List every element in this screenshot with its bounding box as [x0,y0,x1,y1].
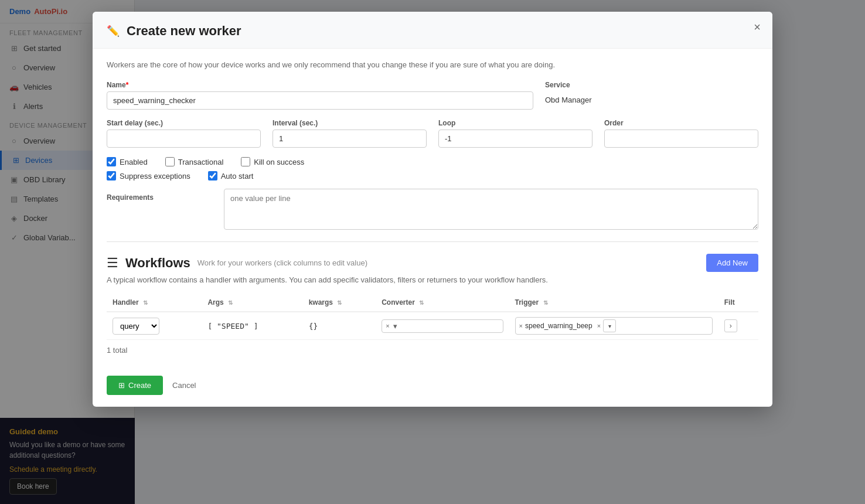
kwargs-sort-icon[interactable]: ⇅ [337,299,342,306]
name-input[interactable] [107,91,533,110]
suppress-checkbox[interactable] [107,171,116,181]
checkbox-row-2: Suppress exceptions Auto start [107,171,758,181]
trigger-col-header: Trigger ⇅ [509,294,718,312]
transactional-label: Transactional [178,158,224,166]
auto-start-label: Auto start [221,172,254,181]
edit-icon: ✏️ [107,25,120,38]
service-value: Obd Manager [545,91,758,108]
create-button[interactable]: ⊞ Create [107,376,163,395]
interval-group: Interval (sec.) [273,119,427,148]
order-input[interactable] [604,130,758,148]
suppress-checkbox-label[interactable]: Suppress exceptions [107,171,190,181]
kwargs-value: {} [309,322,318,331]
suppress-label: Suppress exceptions [120,172,190,181]
transactional-checkbox[interactable] [165,157,175,166]
modal-overlay: ✏️ Create new worker × Workers are the c… [0,0,865,504]
args-value: [ "SPEED" ] [207,322,258,331]
auto-start-checkbox-label[interactable]: Auto start [208,171,254,181]
workflows-description: A typical workflow contains a handler wi… [107,275,758,284]
order-group: Order [604,119,758,148]
start-delay-group: Start delay (sec.) [107,119,261,148]
loop-input[interactable] [438,130,592,148]
args-col-header: Args ⇅ [202,294,302,312]
checkbox-row-1: Enabled Transactional Kill on success [107,157,758,166]
requirements-label: Requirements [107,189,212,230]
workflows-subtitle: Work for your workers (click columns to … [197,258,367,267]
add-new-button[interactable]: Add New [706,254,758,272]
workflows-title: Workflows [125,256,190,271]
converter-col-header: Converter ⇅ [376,294,509,312]
kwargs-col-header: kwargs ⇅ [303,294,376,312]
handler-col-header: Handler ⇅ [107,294,202,312]
trigger-tag-input[interactable]: × speed_warning_beep × ▾ [515,317,713,335]
modal-footer: ⊞ Create Cancel [93,376,772,407]
kill-on-success-checkbox[interactable] [241,157,250,166]
start-delay-label: Start delay (sec.) [107,119,261,127]
interval-label: Interval (sec.) [273,119,427,127]
timing-row: Start delay (sec.) Interval (sec.) Loop … [107,119,758,148]
modal-description: Workers are the core of how your device … [107,60,758,69]
converter-remove-btn[interactable]: × [386,323,389,329]
trigger-value: speed_warning_beep [525,322,592,330]
modal-header: ✏️ Create new worker × [93,12,772,49]
workflows-title-group: ☰ Workflows Work for your workers (click… [107,256,367,271]
name-label: Name* [107,81,533,89]
section-divider [107,241,758,242]
filter-expand-btn[interactable]: › [724,319,737,332]
converter-dropdown-btn[interactable]: ▾ [392,322,399,331]
kill-on-success-label: Kill on success [254,158,304,166]
trigger-cell: × speed_warning_beep × ▾ [509,312,718,340]
filter-col-header: Filt [718,294,758,312]
args-sort-icon[interactable]: ⇅ [228,299,233,306]
loop-label: Loop [438,119,592,127]
trigger-remove-btn[interactable]: × [519,323,523,329]
enabled-label: Enabled [120,158,148,166]
converter-tag-input[interactable]: × ▾ [382,319,503,333]
table-row: query [ "SPEED" ] {} × [107,312,758,340]
name-service-row: Name* Service Obd Manager [107,81,758,110]
converter-sort-icon[interactable]: ⇅ [419,299,424,306]
handler-cell: query [107,312,202,340]
requirements-textarea[interactable] [224,189,758,230]
enabled-checkbox-label[interactable]: Enabled [107,157,148,166]
args-cell[interactable]: [ "SPEED" ] [202,312,302,340]
cancel-button[interactable]: Cancel [170,376,198,395]
service-group: Service Obd Manager [545,81,758,110]
close-button[interactable]: × [754,21,761,33]
auto-start-checkbox[interactable] [208,171,217,181]
modal-body: Workers are the core of how your device … [93,49,772,376]
enabled-checkbox[interactable] [107,157,116,166]
kill-on-success-checkbox-label[interactable]: Kill on success [241,157,304,166]
kwargs-cell[interactable]: {} [303,312,376,340]
start-delay-input[interactable] [107,130,261,148]
create-label: Create [128,381,151,390]
workflows-header: ☰ Workflows Work for your workers (click… [107,254,758,272]
trigger-sort-icon[interactable]: ⇅ [543,299,548,306]
converter-cell: × ▾ [376,312,509,340]
trigger-chevron-btn[interactable]: ▾ [603,319,616,332]
total-count: 1 total [107,346,758,355]
handler-sort-icon[interactable]: ⇅ [143,299,148,306]
transactional-checkbox-label[interactable]: Transactional [165,157,224,166]
loop-group: Loop [438,119,592,148]
service-label: Service [545,81,758,89]
order-label: Order [604,119,758,127]
requirements-row: Requirements [107,189,758,230]
create-worker-modal: ✏️ Create new worker × Workers are the c… [93,12,772,407]
trigger-clear-btn[interactable]: × [597,323,601,329]
handler-select[interactable]: query [113,318,159,335]
create-icon: ⊞ [118,381,125,390]
name-group: Name* [107,81,533,110]
workflows-icon: ☰ [107,256,118,271]
filter-cell: › [718,312,758,340]
workflow-table: Handler ⇅ Args ⇅ kwargs ⇅ Converter [107,294,758,340]
interval-input[interactable] [273,130,427,148]
modal-title: Create new worker [127,23,241,39]
